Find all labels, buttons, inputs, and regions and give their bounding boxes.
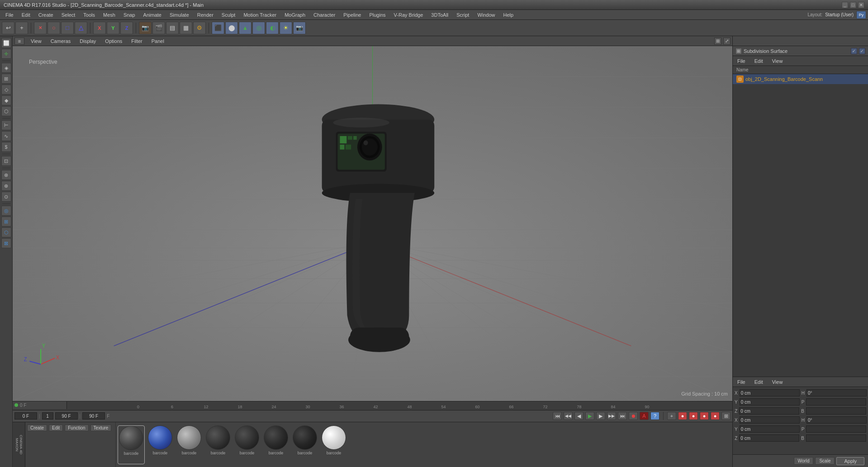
material-swatch-1[interactable]: barcode	[147, 425, 174, 464]
viewport-panel-menu[interactable]: Panel	[149, 38, 167, 45]
attr-b2-input[interactable]	[806, 434, 866, 442]
attr-file-menu[interactable]: File	[735, 378, 748, 386]
viewport-filter-menu[interactable]: Filter	[128, 38, 145, 45]
cube-tool[interactable]: ⬛	[212, 22, 224, 34]
obj-file-menu[interactable]: File	[735, 57, 748, 65]
timeline-layer[interactable]: ⊞	[721, 412, 730, 420]
character-tool[interactable]: ⬡	[1, 227, 11, 237]
attr-y-input[interactable]	[740, 398, 800, 406]
material-swatch-3[interactable]: barcode	[204, 425, 232, 464]
auto-key-button[interactable]: A	[640, 412, 649, 420]
poly-mode-button[interactable]: △	[75, 22, 87, 34]
menu-file[interactable]: File	[2, 11, 17, 19]
python-button[interactable]: Py	[856, 11, 866, 19]
attr-b-input[interactable]	[806, 407, 866, 415]
y-axis-button[interactable]: Y	[107, 22, 119, 34]
layer-tool[interactable]: ⊞	[1, 217, 11, 226]
viewport-view-menu[interactable]: View	[28, 38, 44, 45]
torus-tool[interactable]: ◎	[252, 22, 265, 34]
redo-button[interactable]: +	[15, 22, 28, 34]
material-swatch-5[interactable]: barcode	[262, 425, 289, 464]
material-swatch-4[interactable]: barcode	[233, 425, 261, 464]
obj-view-menu[interactable]: View	[769, 57, 786, 65]
menu-motion-tracker[interactable]: Motion Tracker	[240, 11, 280, 19]
help-button[interactable]: ?	[650, 412, 659, 420]
record-button[interactable]: ⏺	[629, 412, 638, 420]
attr-view-menu[interactable]: View	[769, 378, 786, 386]
menu-tools[interactable]: Tools	[80, 11, 99, 19]
attr-p-input[interactable]	[806, 398, 866, 406]
attr-y2-input[interactable]	[740, 425, 800, 433]
attr-x2-input[interactable]	[740, 416, 800, 424]
object-mode-button[interactable]: ✕	[34, 22, 47, 34]
viewport-container[interactable]: ≡ View Cameras Display Options Filter Pa…	[13, 36, 732, 401]
scene-obj-vis-check[interactable]: ✓	[851, 48, 857, 54]
attr-h2-input[interactable]	[806, 416, 867, 424]
edge-mode-button[interactable]: ○	[47, 22, 60, 34]
menu-edit[interactable]: Edit	[18, 11, 34, 19]
timeline-record-all[interactable]: ●	[678, 412, 687, 420]
viewport-fullscreen-button[interactable]: ⤢	[723, 38, 730, 45]
minimize-button[interactable]: _	[842, 2, 848, 8]
timeline-rec-scale[interactable]: ●	[711, 412, 720, 420]
timeline-rec-pos[interactable]: ●	[689, 412, 698, 420]
next-frame-button[interactable]: ▶▶	[607, 412, 616, 420]
disc-tool[interactable]: ◐	[266, 22, 279, 34]
tag-tool[interactable]: ⊙	[1, 192, 11, 202]
attr-z2-input[interactable]	[739, 434, 799, 442]
prev-keyframe-button[interactable]: ◀	[574, 412, 583, 420]
z-axis-button[interactable]: Z	[120, 22, 133, 34]
selection-tool[interactable]: ⬜	[1, 38, 11, 48]
camera-tool[interactable]: 📷	[293, 22, 306, 34]
menu-create[interactable]: Create	[35, 11, 57, 19]
scene-obj-render-check[interactable]: ✓	[859, 48, 865, 54]
body-paint-mode[interactable]: ◇	[1, 85, 11, 94]
menu-snap[interactable]: Snap	[120, 11, 139, 19]
paint-tool[interactable]: ◎	[1, 206, 11, 216]
window-controls[interactable]: _ □ ✕	[842, 2, 864, 8]
render-queue-button[interactable]: ▦	[180, 22, 192, 34]
viewport-cameras-menu[interactable]: Cameras	[48, 38, 74, 45]
current-frame-input[interactable]	[14, 412, 37, 420]
render-to-po-button[interactable]: 🎬	[152, 22, 165, 34]
menu-mograph[interactable]: MoGraph	[281, 11, 309, 19]
frame-step-input[interactable]	[42, 412, 53, 420]
world-mode-button[interactable]: World	[794, 457, 814, 465]
material-function-btn[interactable]: Function	[65, 425, 88, 431]
motion-mode[interactable]: ⬡	[1, 106, 11, 116]
menu-render[interactable]: Render	[194, 11, 217, 19]
attr-x-input[interactable]	[740, 389, 800, 396]
menu-window[interactable]: Window	[474, 11, 498, 19]
effector-tool[interactable]: ⊗	[1, 170, 11, 180]
last-frame-button[interactable]: ⏭	[618, 412, 627, 420]
line-tool[interactable]: ⊢	[1, 120, 11, 130]
material-swatch-0[interactable]: barcode	[118, 425, 145, 464]
edit-render-settings[interactable]: ⚙	[193, 22, 206, 34]
viewport-3d[interactable]: Perspective	[13, 46, 732, 401]
close-button[interactable]: ✕	[858, 2, 864, 8]
scale-mode-button[interactable]: Scale	[815, 457, 835, 465]
next-keyframe-button[interactable]: ▶	[596, 412, 605, 420]
texture-mode[interactable]: ⊞	[1, 74, 11, 84]
cone-tool[interactable]: ▲	[239, 22, 251, 34]
deformer-tool[interactable]: ⊡	[1, 156, 11, 166]
viewport-expand-button[interactable]: ⊞	[714, 38, 721, 45]
model-mode[interactable]: ◈	[1, 63, 11, 73]
play-button[interactable]: ▶	[585, 412, 594, 420]
x-axis-button[interactable]: X	[93, 22, 106, 34]
timeline-rec-rot[interactable]: ●	[700, 412, 709, 420]
menu-select[interactable]: Select	[58, 11, 79, 19]
menu-script[interactable]: Script	[453, 11, 473, 19]
joint-tool[interactable]: ⊠	[1, 238, 11, 248]
spline-tool[interactable]: $	[1, 142, 11, 152]
obj-edit-menu[interactable]: Edit	[752, 57, 766, 65]
material-edit-btn[interactable]: Edit	[49, 425, 63, 431]
viewport-options-menu[interactable]: Options	[102, 38, 125, 45]
viewport-options-button[interactable]: ≡	[14, 38, 24, 45]
light-tool[interactable]: ☀	[280, 22, 292, 34]
material-swatch-2[interactable]: barcode	[175, 425, 203, 464]
render-active-button[interactable]: 📷	[139, 22, 152, 34]
menu-help[interactable]: Help	[500, 11, 517, 19]
menu-animate[interactable]: Animate	[140, 11, 165, 19]
sphere-tool[interactable]: ⬤	[225, 22, 238, 34]
